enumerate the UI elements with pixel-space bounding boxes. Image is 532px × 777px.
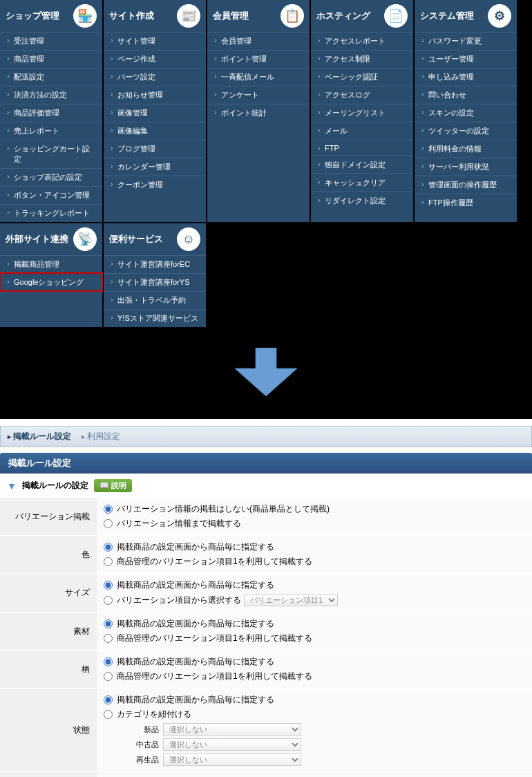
menu-header: ショップ管理🏪 (0, 0, 102, 32)
menu-item[interactable]: 商品管理 (0, 50, 102, 68)
menu-item[interactable]: 管理画面の操作履歴 (415, 176, 517, 194)
menu-header: ホスティング📄 (311, 0, 413, 32)
menu-item[interactable]: パーツ設定 (104, 68, 206, 86)
material-opt1-text: 掲載商品の設定画面から商品毎に指定する (117, 618, 274, 630)
menu-item[interactable]: リダイレクト設定 (311, 191, 413, 209)
menu-item[interactable]: ユーザー管理 (415, 50, 517, 68)
menu-icon: 📄 (384, 4, 408, 28)
menu-item[interactable]: スキンの設定 (415, 104, 517, 122)
menu-item[interactable]: ベーシック認証 (311, 68, 413, 86)
condition-opt1-text: 掲載商品の設定画面から商品毎に指定する (117, 694, 274, 706)
color-opt1-radio[interactable] (104, 543, 113, 552)
menu-item[interactable]: サイト管理 (104, 32, 206, 50)
menu-item[interactable]: 問い合わせ (415, 86, 517, 104)
tabs-bar: 掲載ルール設定 利用設定 (0, 426, 532, 447)
tab-usage[interactable]: 利用設定 (82, 431, 120, 442)
menu-icon: ⚙ (488, 4, 511, 28)
menu-item[interactable]: サーバー利用状況 (415, 158, 517, 176)
menu-title: 会員管理 (213, 10, 249, 22)
row-condition-label: 状態 (0, 689, 97, 772)
color-opt2-radio[interactable] (104, 557, 113, 566)
menu-item[interactable]: ショップ表記の設定 (0, 168, 102, 186)
condition-sub0-select[interactable]: 選択しない (163, 723, 301, 736)
condition-sub0-label: 新品 (117, 724, 159, 735)
menu-item[interactable]: 決済方法の設定 (0, 86, 102, 104)
menu-card: 便利サービス☺サイト運営講座forECサイト運営講座forYS出張・トラベル予約… (104, 223, 206, 327)
section-title: 掲載ルール設定 (0, 453, 532, 474)
condition-opt2-radio[interactable] (104, 710, 113, 719)
menu-item[interactable]: 売上レポート (0, 122, 102, 140)
variation-opt1-text: バリエーション情報の掲載はしない(商品単品として掲載) (117, 503, 330, 515)
menu-item[interactable]: アクセスログ (311, 86, 413, 104)
menu-item[interactable]: クーポン管理 (104, 176, 206, 194)
menu-item[interactable]: ショッピングカート設定 (0, 140, 102, 168)
menu-header: 便利サービス☺ (104, 223, 206, 255)
menu-card: 会員管理📋会員管理ポイント管理一斉配信メールアンケートポイント統計 (207, 0, 310, 222)
material-opt2-radio[interactable] (104, 634, 113, 643)
size-opt1-radio[interactable] (104, 581, 113, 590)
menu-header: システム管理⚙ (415, 0, 517, 32)
menu-item[interactable]: ボタン・アイコン管理 (0, 186, 102, 204)
menu-title: システム管理 (420, 10, 474, 22)
menu-item[interactable]: お知らせ管理 (104, 86, 206, 104)
menu-item[interactable]: サイト運営講座forEC (104, 255, 206, 273)
condition-sub2-label: 再生品 (117, 755, 159, 765)
menu-item[interactable]: ブログ管理 (104, 140, 206, 158)
condition-opt1-radio[interactable] (104, 695, 113, 704)
menu-item[interactable]: メーリングリスト (311, 104, 413, 122)
menu-item[interactable]: 会員管理 (207, 32, 310, 50)
menu-item[interactable]: トラッキングレポート (0, 204, 102, 222)
menu-item[interactable]: 配送設定 (0, 68, 102, 86)
menu-item[interactable]: ポイント統計 (207, 104, 310, 122)
flow-arrow (0, 327, 532, 419)
menu-item[interactable]: 商品評価管理 (0, 104, 102, 122)
menu-item[interactable]: ツイッターの設定 (415, 122, 517, 140)
menu-item[interactable]: Googleショッピング (0, 273, 102, 291)
condition-opt2-text: カテゴリを紐付ける (117, 709, 191, 720)
menu-item[interactable]: メール (311, 122, 413, 140)
menu-item[interactable]: キャッシュクリア (311, 174, 413, 191)
menu-item[interactable]: ページ作成 (104, 50, 206, 68)
menu-item[interactable]: 受注管理 (0, 32, 102, 50)
menu-item[interactable]: 掲載商品管理 (0, 255, 102, 273)
variation-opt1-radio[interactable] (104, 505, 113, 514)
menu-item[interactable]: アンケート (207, 86, 310, 104)
tab-rules[interactable]: 掲載ルール設定 (8, 431, 71, 442)
row-size-label: サイズ (0, 574, 97, 612)
row-color-label: 色 (0, 536, 97, 574)
menu-item[interactable]: FTP操作履歴 (415, 194, 517, 212)
menu-item[interactable]: 利用料金の情報 (415, 140, 517, 158)
menu-item[interactable]: サイト運営講座forYS (104, 273, 206, 291)
color-opt1-text: 掲載商品の設定画面から商品毎に指定する (117, 541, 274, 553)
menu-item[interactable]: 一斉配信メール (207, 68, 310, 86)
menu-title: サイト作成 (109, 10, 154, 22)
pattern-opt2-radio[interactable] (104, 672, 113, 681)
menu-item[interactable]: カレンダー管理 (104, 158, 206, 176)
menu-item[interactable]: FTP (311, 140, 413, 156)
menu-icon: 📋 (281, 4, 304, 28)
menu-item[interactable]: パスワード変更 (415, 32, 517, 50)
pattern-opt1-radio[interactable] (104, 657, 113, 666)
help-button[interactable]: 📖 説明 (94, 479, 132, 492)
menu-item[interactable]: 出張・トラベル予約 (104, 291, 206, 309)
menu-title: ホスティング (316, 10, 370, 22)
condition-sub1-select[interactable]: 選択しない (163, 738, 301, 751)
menu-item[interactable]: ポイント管理 (207, 50, 310, 68)
menu-item[interactable]: 独自ドメイン設定 (311, 156, 413, 174)
size-opt2-text: バリエーション項目から選択する (117, 595, 241, 606)
condition-sub1-label: 中古品 (117, 740, 159, 750)
menu-card: ショップ管理🏪受注管理商品管理配送設定決済方法の設定商品評価管理売上レポートショ… (0, 0, 102, 222)
size-select[interactable]: バリエーション項目1 (244, 594, 338, 606)
menu-item[interactable]: 画像編集 (104, 122, 206, 140)
menu-item[interactable]: アクセス制限 (311, 50, 413, 68)
menu-item[interactable]: 申し込み管理 (415, 68, 517, 86)
menu-item[interactable]: アクセスレポート (311, 32, 413, 50)
row-pattern-label: 柄 (0, 650, 97, 689)
condition-sub2-select[interactable]: 選択しない (163, 753, 301, 766)
material-opt1-radio[interactable] (104, 619, 113, 628)
menu-item[interactable]: Y!Sストア関連サービス (104, 309, 206, 327)
size-opt2-radio[interactable] (104, 596, 113, 605)
menu-item[interactable]: 画像管理 (104, 104, 206, 122)
variation-opt2-radio[interactable] (104, 519, 113, 528)
menu-title: 便利サービス (109, 233, 163, 245)
